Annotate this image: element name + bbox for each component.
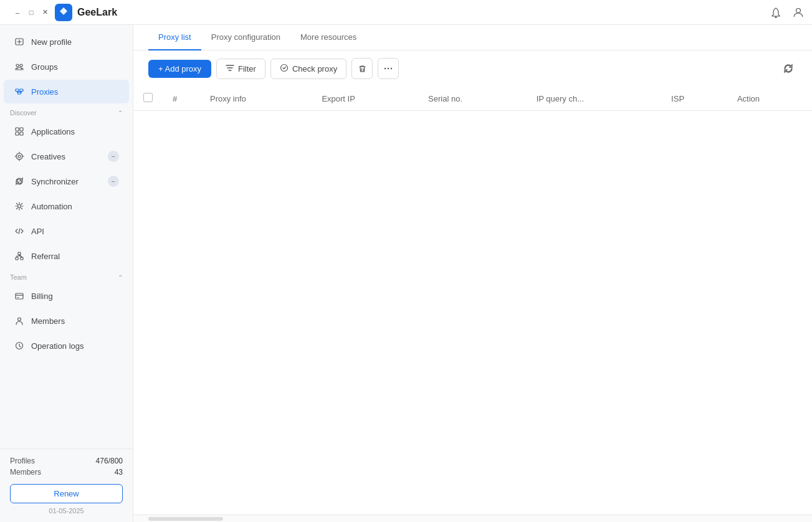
svg-point-14 (18, 205, 21, 208)
proxies-label: Proxies (31, 87, 119, 97)
sidebar-item-members[interactable]: Members (4, 309, 129, 333)
svg-point-21 (280, 64, 287, 71)
user-avatar[interactable] (792, 6, 805, 19)
check-proxy-button[interactable]: Check proxy (270, 59, 346, 79)
svg-point-0 (775, 16, 777, 18)
col-proxy-info: Proxy info (200, 87, 312, 111)
col-isp: ISP (661, 87, 727, 111)
svg-point-22 (385, 68, 386, 69)
discover-chevron[interactable]: ⌃ (118, 110, 123, 116)
expiry-date: 01-05-2025 (10, 507, 123, 515)
sidebar-item-groups[interactable]: Groups (4, 55, 129, 78)
svg-rect-18 (16, 293, 23, 299)
col-checkbox (133, 87, 163, 111)
api-icon (14, 225, 25, 237)
svg-point-19 (18, 318, 21, 321)
synchronizer-badge: − (108, 176, 119, 187)
col-number: # (163, 87, 200, 111)
col-serial-no: Serial no. (418, 87, 527, 111)
profiles-label: Profiles (10, 457, 35, 465)
members-label: Members (31, 316, 119, 326)
sidebar-item-proxies[interactable]: Proxies (4, 80, 129, 103)
app-logo (55, 4, 72, 21)
col-ip-query: IP query ch... (527, 87, 661, 111)
sidebar-item-synchronizer[interactable]: Synchronizer − (4, 169, 129, 193)
creatives-label: Creatives (31, 152, 102, 161)
tab-proxy-configuration[interactable]: Proxy configuration (201, 25, 290, 50)
billing-icon (14, 290, 25, 301)
more-options-button[interactable] (378, 58, 399, 79)
add-proxy-button[interactable]: + Add proxy (148, 60, 211, 78)
referral-icon (14, 250, 25, 262)
team-label: Team (10, 273, 27, 281)
svg-point-24 (391, 68, 392, 69)
add-proxy-label: + Add proxy (158, 64, 201, 74)
api-label: API (31, 227, 119, 236)
title-bar: – □ ✕ GeeLark (0, 0, 812, 25)
maximize-button[interactable]: □ (26, 7, 36, 17)
sidebar-item-referral[interactable]: Referral (4, 244, 129, 268)
svg-rect-16 (18, 252, 21, 255)
groups-icon (14, 61, 25, 72)
select-all-checkbox[interactable] (143, 93, 153, 102)
sidebar-item-billing[interactable]: Billing (4, 284, 129, 308)
main-content: Proxy list Proxy configuration More reso… (133, 25, 812, 522)
sidebar-item-automation[interactable]: Automation (4, 194, 129, 218)
operation-logs-label: Operation logs (31, 341, 119, 351)
check-proxy-label: Check proxy (292, 64, 337, 74)
app-body: New profile Groups (0, 25, 812, 522)
sidebar-item-api[interactable]: API (4, 219, 129, 243)
table-header: # Proxy info Export IP Serial no. IP que… (133, 87, 812, 111)
refresh-button[interactable] (780, 60, 797, 77)
svg-rect-15 (16, 257, 18, 260)
applications-label: Applications (31, 127, 119, 136)
creatives-icon (14, 151, 25, 162)
svg-point-1 (796, 8, 801, 12)
svg-rect-5 (16, 89, 19, 92)
members-count-value: 43 (115, 468, 123, 477)
sidebar-item-new-profile[interactable]: New profile (4, 30, 129, 54)
automation-icon (14, 201, 25, 212)
creatives-badge: − (108, 151, 119, 162)
groups-label: Groups (31, 62, 119, 72)
sidebar-item-applications[interactable]: Applications (4, 120, 129, 143)
referral-label: Referral (31, 252, 119, 261)
sidebar-item-creatives[interactable]: Creatives − (4, 145, 129, 168)
filter-button[interactable]: Filter (216, 59, 265, 79)
filter-label: Filter (238, 64, 256, 74)
discover-section: Discover ⌃ (0, 104, 133, 119)
renew-button[interactable]: Renew (10, 484, 123, 503)
team-chevron[interactable]: ⌃ (118, 274, 123, 281)
title-bar-controls (770, 6, 805, 19)
new-profile-icon (14, 36, 25, 47)
close-button[interactable]: ✕ (40, 7, 50, 17)
app-name: GeeLark (77, 7, 117, 18)
table-header-row: # Proxy info Export IP Serial no. IP que… (133, 87, 812, 111)
discover-label: Discover (10, 109, 37, 116)
automation-label: Automation (31, 202, 119, 211)
synchronizer-icon (14, 176, 25, 187)
window-controls: – □ ✕ (12, 7, 50, 17)
members-icon (14, 315, 25, 326)
profiles-row: Profiles 476/800 (10, 457, 123, 465)
svg-rect-11 (20, 132, 23, 135)
tab-proxy-list[interactable]: Proxy list (148, 25, 201, 50)
minimize-button[interactable]: – (12, 7, 22, 17)
col-action: Action (727, 87, 812, 111)
check-proxy-icon (280, 64, 289, 74)
tab-more-resources[interactable]: More resources (290, 25, 366, 50)
sidebar: New profile Groups (0, 25, 133, 522)
members-count-label: Members (10, 468, 41, 477)
sidebar-footer: Profiles 476/800 Members 43 Renew 01-05-… (0, 448, 133, 522)
members-row: Members 43 (10, 468, 123, 477)
sidebar-item-operation-logs[interactable]: Operation logs (4, 334, 129, 358)
svg-rect-6 (20, 89, 23, 92)
delete-button[interactable] (351, 58, 373, 79)
synchronizer-label: Synchronizer (31, 177, 102, 186)
col-export-ip: Export IP (312, 87, 418, 111)
new-profile-label: New profile (31, 37, 119, 47)
notification-icon[interactable] (770, 6, 782, 19)
profiles-value: 476/800 (96, 457, 123, 465)
billing-label: Billing (31, 292, 119, 301)
horizontal-scrollbar[interactable] (148, 517, 223, 521)
